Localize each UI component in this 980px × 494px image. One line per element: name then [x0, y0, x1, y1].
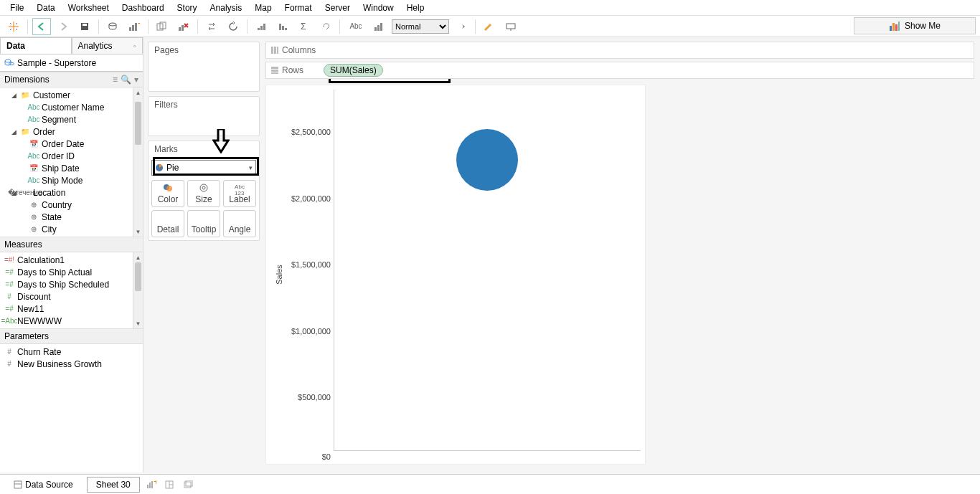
hierarchy-icon: �течение: [20, 189, 30, 196]
save-icon[interactable]: [75, 18, 94, 35]
dimensions-tree: ◢📁Customer AbcCustomer Name AbcSegment ◢…: [0, 87, 143, 237]
new-worksheet-icon[interactable]: +: [125, 18, 143, 35]
folder-customer[interactable]: ◢📁Customer: [0, 89, 143, 101]
tableau-logo-icon[interactable]: [4, 18, 23, 35]
menu-dashboard[interactable]: Dashboard: [116, 1, 170, 14]
menu-help[interactable]: Help: [401, 1, 430, 14]
detail-button[interactable]: Detail: [151, 210, 184, 237]
svg-rect-51: [149, 483, 151, 488]
globe-icon: ⊕: [29, 213, 39, 221]
field-segment[interactable]: AbcSegment: [0, 113, 143, 125]
svg-rect-46: [271, 70, 278, 72]
field-ship-date[interactable]: 📅Ship Date: [0, 162, 143, 174]
tab-datasource[interactable]: Data Source: [4, 477, 83, 493]
y-tick: $1,000,000: [286, 327, 331, 336]
clear-icon[interactable]: [174, 18, 193, 35]
svg-rect-28: [380, 23, 382, 31]
plot-area[interactable]: [334, 90, 641, 451]
datasource-row[interactable]: Sample - Superstore: [0, 54, 143, 72]
dimensions-dropdown-icon[interactable]: ▾: [134, 75, 138, 85]
menu-file[interactable]: File: [4, 1, 29, 14]
svg-point-35: [5, 60, 11, 62]
field-city[interactable]: ⊕City: [0, 223, 143, 235]
menu-format[interactable]: Format: [279, 1, 318, 14]
tab-analytics[interactable]: Analytics◦: [72, 37, 143, 54]
presentation-icon[interactable]: [501, 18, 520, 35]
svg-rect-57: [184, 482, 191, 488]
swap-icon[interactable]: [202, 18, 221, 35]
svg-line-2: [10, 23, 11, 24]
field-state[interactable]: ⊕State: [0, 211, 143, 223]
sort-asc-icon[interactable]: [252, 18, 270, 35]
filters-card[interactable]: Filters: [148, 96, 260, 136]
folder-order[interactable]: ◢📁Order: [0, 125, 143, 138]
angle-button[interactable]: Angle: [223, 210, 256, 237]
dimensions-scrollbar[interactable]: ▲▼: [133, 87, 143, 237]
parameters-header: Parameters: [0, 328, 143, 344]
attach-icon[interactable]: [316, 18, 335, 35]
folder-location[interactable]: ◢�течениеLocation: [0, 186, 143, 199]
columns-shelf[interactable]: Columns: [265, 42, 974, 59]
field-days-sched[interactable]: =#Days to Ship Scheduled: [0, 278, 143, 290]
cards-column: Pages Filters Marks Pie ▾ Color Size Abc…: [148, 42, 260, 472]
tab-sheet-30[interactable]: Sheet 30: [87, 477, 140, 493]
search-icon[interactable]: 🔍: [121, 75, 131, 85]
measures-header: Measures: [0, 237, 143, 252]
menu-map[interactable]: Map: [249, 1, 277, 14]
pages-card[interactable]: Pages: [148, 42, 260, 92]
measures-scrollbar[interactable]: ▲▼: [133, 252, 143, 328]
highlight-icon[interactable]: [480, 18, 499, 35]
svg-rect-27: [377, 25, 380, 31]
menu-server[interactable]: Server: [319, 1, 356, 14]
fit-mode-select[interactable]: Normal: [392, 19, 449, 34]
fit-icon[interactable]: [370, 18, 389, 35]
new-story-icon[interactable]: [182, 478, 196, 491]
forward-icon[interactable]: [54, 18, 72, 35]
field-calc1[interactable]: =#!Calculation1: [0, 254, 143, 266]
data-pane: Data Analytics◦ Sample - Superstore Dime…: [0, 37, 143, 472]
label-button[interactable]: Abc123Label: [223, 180, 256, 207]
color-button[interactable]: Color: [151, 180, 184, 207]
field-order-id[interactable]: AbcOrder ID: [0, 150, 143, 162]
duplicate-icon[interactable]: [153, 18, 171, 35]
new-data-icon[interactable]: [103, 18, 122, 35]
menu-analysis[interactable]: Analysis: [204, 1, 248, 14]
abc-label-icon[interactable]: Abc: [344, 18, 367, 35]
sum-sales-pill[interactable]: SUM(Sales): [324, 64, 383, 77]
menu-window[interactable]: Window: [357, 1, 400, 14]
tab-data[interactable]: Data: [0, 37, 72, 54]
new-sheet-icon[interactable]: +: [144, 478, 159, 491]
field-discount[interactable]: #Discount: [0, 290, 143, 303]
field-new11[interactable]: =#New11: [0, 303, 143, 315]
pie-mark[interactable]: [456, 129, 518, 191]
field-ship-mode[interactable]: AbcShip Mode: [0, 174, 143, 186]
field-nbg[interactable]: #New Business Growth: [0, 358, 143, 370]
size-button[interactable]: Size: [187, 180, 220, 207]
field-customer-name[interactable]: AbcCustomer Name: [0, 101, 143, 113]
menu-story[interactable]: Story: [171, 1, 203, 14]
parameters-tree: #Churn Rate #New Business Growth: [0, 344, 143, 371]
show-me-button[interactable]: Show Me: [854, 17, 976, 34]
field-newww[interactable]: =AbcNEWWWW: [0, 315, 143, 327]
menu-data[interactable]: Data: [31, 1, 60, 14]
datasource-tab-icon: [14, 480, 22, 489]
field-churn[interactable]: #Churn Rate: [0, 346, 143, 358]
y-tick: $500,000: [286, 393, 331, 402]
rows-icon: [270, 66, 279, 75]
pin-icon[interactable]: [452, 18, 471, 35]
totals-icon[interactable]: Σ: [295, 18, 314, 35]
back-icon[interactable]: [32, 18, 51, 35]
tooltip-button[interactable]: Tooltip: [187, 210, 220, 237]
field-order-date[interactable]: 📅Order Date: [0, 138, 143, 150]
field-days-actual[interactable]: =#Days to Ship Actual: [0, 266, 143, 278]
refresh-icon[interactable]: [224, 18, 242, 35]
viz-canvas: Sales $2,500,000 $2,000,000 $1,500,000 $…: [265, 85, 646, 465]
new-dashboard-icon[interactable]: [163, 478, 177, 491]
field-country[interactable]: ⊕Country: [0, 199, 143, 211]
dimensions-menu-icon[interactable]: ≡: [113, 75, 118, 85]
menu-worksheet[interactable]: Worksheet: [62, 1, 115, 14]
sort-desc-icon[interactable]: [273, 18, 292, 35]
svg-rect-24: [285, 28, 287, 30]
rows-shelf[interactable]: Rows SUM(Sales): [265, 62, 974, 79]
svg-point-39: [166, 186, 172, 191]
